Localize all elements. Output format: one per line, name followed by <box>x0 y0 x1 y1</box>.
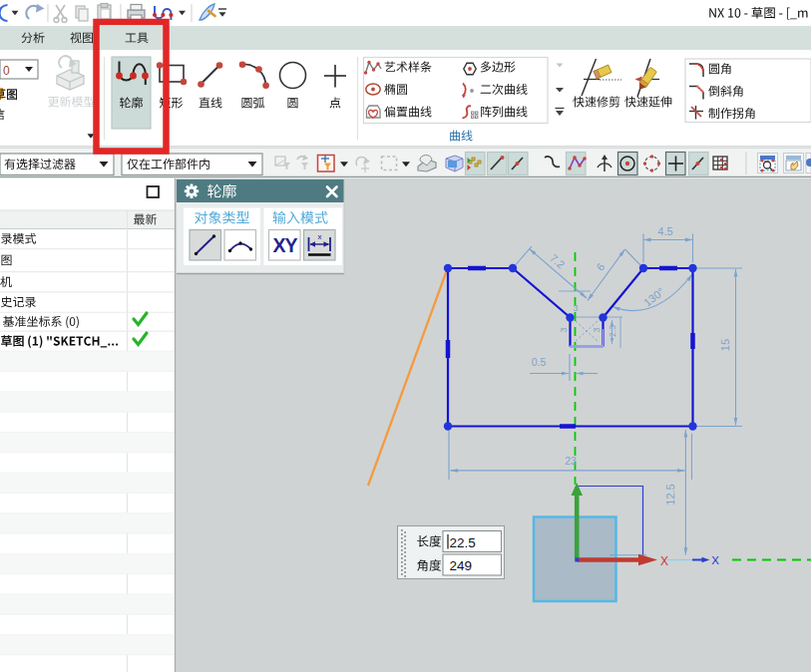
svg-text:249: 249 <box>450 558 473 573</box>
svg-text:X: X <box>711 554 719 566</box>
svg-text:2.3: 2.3 <box>608 325 617 337</box>
svg-text:XY: XY <box>272 234 297 256</box>
svg-text:3: 3 <box>559 327 569 332</box>
svg-text:23: 23 <box>565 455 577 467</box>
svg-text:X: X <box>660 554 668 568</box>
svg-text:4.5: 4.5 <box>657 225 672 237</box>
svg-text:22.5: 22.5 <box>450 535 476 550</box>
svg-text:3: 3 <box>592 327 602 332</box>
svg-text:12.5: 12.5 <box>664 484 676 504</box>
svg-text:x: x <box>318 232 322 241</box>
svg-text:3: 3 <box>573 303 578 313</box>
svg-text:0.5: 0.5 <box>532 356 547 368</box>
svg-text:15: 15 <box>719 339 731 351</box>
svg-text:0: 0 <box>3 64 10 78</box>
